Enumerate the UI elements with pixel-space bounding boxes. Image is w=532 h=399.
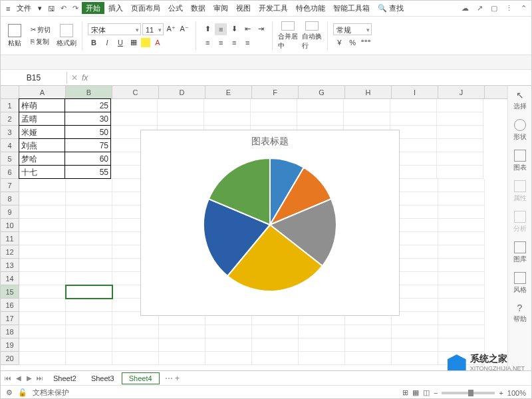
- cell[interactable]: 梓萌: [19, 98, 65, 112]
- cell[interactable]: [345, 325, 392, 338]
- box-icon[interactable]: ▢: [489, 3, 499, 14]
- cell[interactable]: [66, 325, 112, 338]
- cell[interactable]: [437, 166, 483, 179]
- sheet-tab[interactable]: Sheet4: [122, 372, 160, 384]
- cell[interactable]: [390, 112, 437, 126]
- indent-decrease-button[interactable]: ⇤: [241, 23, 253, 35]
- cell[interactable]: [344, 99, 390, 112]
- zoom-level[interactable]: 100%: [507, 389, 526, 397]
- row-header[interactable]: 16: [1, 299, 19, 312]
- cell[interactable]: [19, 272, 66, 285]
- cell[interactable]: [252, 352, 299, 365]
- zoom-out-button[interactable]: −: [434, 389, 438, 397]
- cell[interactable]: [204, 112, 251, 126]
- column-header[interactable]: G: [299, 86, 345, 98]
- column-header[interactable]: C: [112, 86, 159, 98]
- cell[interactable]: [19, 312, 66, 325]
- cell[interactable]: [438, 325, 485, 338]
- collapse-icon[interactable]: ⌃: [518, 3, 529, 14]
- cell[interactable]: 75: [65, 138, 111, 152]
- cell[interactable]: [19, 192, 66, 205]
- cell[interactable]: [19, 285, 66, 299]
- redo-icon[interactable]: ↷: [70, 3, 80, 14]
- border-button[interactable]: ▦: [128, 37, 140, 49]
- row-header[interactable]: 3: [1, 126, 19, 139]
- row-header[interactable]: 2: [1, 112, 19, 126]
- italic-button[interactable]: I: [101, 37, 113, 49]
- search-menu[interactable]: 🔍 查找: [375, 2, 406, 15]
- cell[interactable]: [344, 112, 390, 126]
- name-box[interactable]: B15: [1, 72, 67, 84]
- cell[interactable]: [66, 179, 112, 192]
- cloud-icon[interactable]: ☁: [460, 3, 470, 14]
- cell[interactable]: [390, 99, 437, 112]
- cell[interactable]: 25: [65, 98, 111, 112]
- cell[interactable]: 十七: [19, 165, 65, 179]
- align-center-button[interactable]: ≡: [215, 37, 227, 49]
- row-header[interactable]: 13: [1, 259, 19, 272]
- sheet-nav-first[interactable]: ⏮: [3, 374, 13, 382]
- cell[interactable]: [299, 325, 345, 338]
- chart-title[interactable]: 图表标题: [251, 136, 289, 148]
- panel-style[interactable]: 风格: [513, 272, 527, 295]
- align-left-button[interactable]: ≡: [201, 37, 213, 49]
- cell[interactable]: [252, 325, 299, 338]
- row-header[interactable]: 17: [1, 312, 19, 325]
- cell[interactable]: [19, 232, 66, 245]
- row-header[interactable]: 14: [1, 272, 19, 285]
- cell[interactable]: [66, 352, 112, 365]
- cell[interactable]: [112, 338, 159, 352]
- cell[interactable]: [19, 352, 66, 365]
- font-color-button[interactable]: A: [152, 37, 164, 49]
- formula-input[interactable]: [92, 72, 527, 82]
- row-header[interactable]: 11: [1, 232, 19, 245]
- column-header[interactable]: I: [392, 86, 438, 98]
- indent-increase-button[interactable]: ⇥: [255, 23, 267, 35]
- cell[interactable]: [438, 259, 485, 272]
- cell[interactable]: [297, 99, 344, 112]
- row-header[interactable]: 1: [1, 99, 19, 112]
- cell[interactable]: [251, 99, 297, 112]
- cell[interactable]: [437, 126, 483, 139]
- cell[interactable]: [205, 352, 252, 365]
- sheet-tab[interactable]: Sheet2: [46, 372, 84, 384]
- sheet-nav-next[interactable]: ▶: [25, 374, 34, 382]
- column-header[interactable]: J: [438, 86, 485, 98]
- cell[interactable]: [252, 338, 299, 352]
- cell[interactable]: [158, 112, 204, 126]
- panel-gallery[interactable]: 图库: [513, 241, 527, 264]
- row-header[interactable]: 10: [1, 219, 19, 232]
- cell[interactable]: 30: [65, 112, 111, 126]
- cell[interactable]: [438, 338, 485, 352]
- cell[interactable]: [204, 99, 251, 112]
- ribbon-tab-8[interactable]: 特色功能: [292, 2, 329, 14]
- cell[interactable]: 孟晴: [19, 112, 65, 126]
- ribbon-tab-0[interactable]: 开始: [82, 2, 104, 14]
- cell[interactable]: [19, 325, 66, 338]
- file-menu[interactable]: 文件: [14, 2, 34, 15]
- sheet-nav-prev[interactable]: ◀: [14, 374, 23, 382]
- column-header[interactable]: F: [252, 86, 299, 98]
- cell[interactable]: [392, 352, 438, 365]
- cell[interactable]: [19, 338, 66, 352]
- cell[interactable]: [205, 338, 252, 352]
- row-header[interactable]: 4: [1, 139, 19, 152]
- ribbon-tab-7[interactable]: 开发工具: [255, 2, 292, 14]
- view-normal-icon[interactable]: ⊞: [402, 388, 408, 397]
- row-header[interactable]: 9: [1, 205, 19, 219]
- row-header[interactable]: 5: [1, 152, 19, 166]
- align-justify-button[interactable]: ≡: [241, 37, 253, 49]
- fx-cancel-icon[interactable]: ✕: [71, 73, 78, 82]
- column-header[interactable]: B: [66, 86, 112, 98]
- cell[interactable]: [159, 338, 205, 352]
- cell[interactable]: 米娅: [19, 125, 65, 139]
- share-icon[interactable]: ↗: [474, 3, 485, 14]
- cut-button[interactable]: ✂ 剪切: [29, 25, 53, 35]
- cell[interactable]: [66, 259, 112, 272]
- bold-button[interactable]: B: [88, 37, 100, 49]
- copy-button[interactable]: ⎘ 复制: [29, 37, 53, 47]
- cell[interactable]: [438, 219, 485, 232]
- row-header[interactable]: 15: [1, 285, 19, 299]
- cell[interactable]: [66, 285, 112, 299]
- chart-object[interactable]: 图表标题: [140, 130, 400, 316]
